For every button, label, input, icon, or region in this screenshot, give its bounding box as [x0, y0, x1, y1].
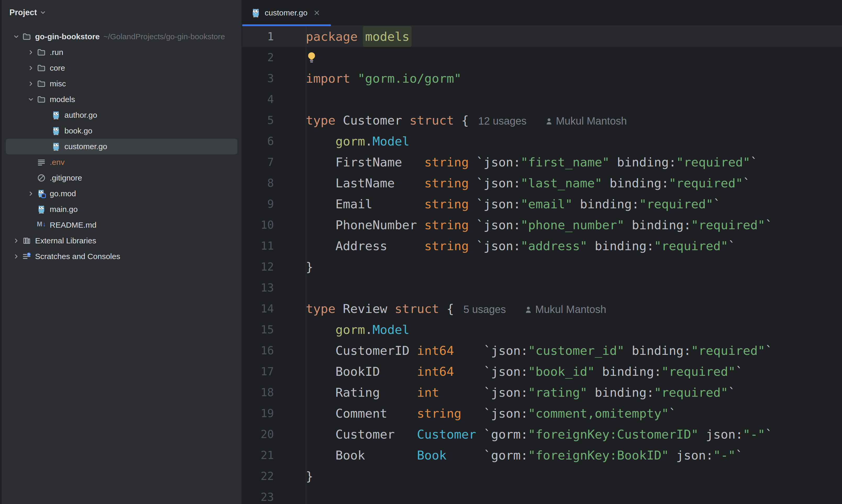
- tree-item-author-go[interactable]: author.go: [6, 107, 238, 123]
- line-number[interactable]: 17: [242, 361, 306, 382]
- tree-item-run[interactable]: .run: [6, 44, 238, 60]
- code-line-22[interactable]: 22}: [242, 466, 842, 487]
- author-inlay[interactable]: Mukul Mantosh: [524, 304, 606, 315]
- code-line-6[interactable]: 6 gorm.Model: [242, 131, 842, 152]
- chevron-right-icon[interactable]: [11, 253, 22, 260]
- code-text[interactable]: }: [306, 256, 313, 277]
- code-line-21[interactable]: 21 Book Book `gorm:"foreignKey:BookID" j…: [242, 445, 842, 466]
- line-number[interactable]: 3: [242, 68, 306, 89]
- line-number[interactable]: 2: [242, 47, 306, 68]
- line-number[interactable]: 6: [242, 131, 306, 152]
- code-text[interactable]: type Review struct {5 usagesMukul Mantos…: [306, 298, 607, 319]
- code-text[interactable]: gorm.Model: [306, 319, 409, 340]
- code-text[interactable]: Email string `json:"email" binding:"requ…: [306, 194, 721, 215]
- code-text[interactable]: Rating int `json:"rating" binding:"requi…: [306, 382, 735, 403]
- line-number[interactable]: 1: [242, 26, 306, 47]
- code-line-15[interactable]: 15 gorm.Model: [242, 319, 842, 340]
- line-number[interactable]: 13: [242, 277, 306, 298]
- code-text[interactable]: import "gorm.io/gorm": [306, 68, 461, 89]
- line-number[interactable]: 12: [242, 256, 306, 277]
- code-line-8[interactable]: 8 LastName string `json:"last_name" bind…: [242, 173, 842, 194]
- tree-item-core[interactable]: core: [6, 60, 238, 76]
- code-text[interactable]: PhoneNumber string `json:"phone_number" …: [306, 215, 773, 235]
- code-line-3[interactable]: 3import "gorm.io/gorm": [242, 68, 842, 89]
- folder-icon: [37, 79, 46, 88]
- tree-item-customer-go[interactable]: customer.go: [6, 139, 238, 155]
- chevron-down-icon[interactable]: [25, 96, 37, 103]
- line-number[interactable]: 21: [242, 445, 306, 466]
- code-line-14[interactable]: 14type Review struct {5 usagesMukul Mant…: [242, 298, 842, 319]
- code-line-23[interactable]: 23: [242, 487, 842, 504]
- tree-item-main-go[interactable]: main.go: [6, 201, 238, 217]
- code-text[interactable]: FirstName string `json:"first_name" bind…: [306, 152, 758, 173]
- line-number[interactable]: 20: [242, 424, 306, 445]
- tree-item-models[interactable]: models: [6, 92, 238, 107]
- tree-item-go-mod[interactable]: go.mod: [6, 186, 238, 201]
- code-line-18[interactable]: 18 Rating int `json:"rating" binding:"re…: [242, 382, 842, 403]
- code-text[interactable]: Customer Customer `gorm:"foreignKey:Cust…: [306, 424, 773, 445]
- code-line-12[interactable]: 12}: [242, 256, 842, 277]
- tree-item-external-libraries[interactable]: External Libraries: [6, 233, 238, 249]
- line-number[interactable]: 4: [242, 89, 306, 110]
- author-inlay[interactable]: Mukul Mantosh: [545, 115, 627, 127]
- code-text[interactable]: [306, 47, 317, 68]
- line-number[interactable]: 23: [242, 487, 306, 504]
- code-line-9[interactable]: 9 Email string `json:"email" binding:"re…: [242, 194, 842, 215]
- code-line-17[interactable]: 17 BookID int64 `json:"book_id" binding:…: [242, 361, 842, 382]
- line-number[interactable]: 15: [242, 319, 306, 340]
- code-text[interactable]: LastName string `json:"last_name" bindin…: [306, 173, 750, 194]
- code-text[interactable]: Comment string `json:"comment,omitempty"…: [306, 403, 676, 424]
- code-text[interactable]: Book Book `gorm:"foreignKey:BookID" json…: [306, 445, 743, 466]
- line-number[interactable]: 8: [242, 173, 306, 194]
- line-number[interactable]: 14: [242, 298, 306, 319]
- code-text[interactable]: type Customer struct {12 usagesMukul Man…: [306, 110, 627, 131]
- code-text[interactable]: Address string `json:"address" binding:"…: [306, 235, 735, 256]
- chevron-right-icon[interactable]: [11, 237, 22, 244]
- code-text[interactable]: }: [306, 466, 313, 487]
- line-number[interactable]: 9: [242, 194, 306, 215]
- code-line-4[interactable]: 4: [242, 89, 842, 110]
- code-text[interactable]: package models: [306, 26, 409, 47]
- line-number[interactable]: 18: [242, 382, 306, 403]
- chevron-right-icon[interactable]: [25, 80, 37, 87]
- code-line-20[interactable]: 20 Customer Customer `gorm:"foreignKey:C…: [242, 424, 842, 445]
- chevron-right-icon[interactable]: [25, 49, 37, 56]
- close-icon[interactable]: [313, 9, 320, 17]
- line-number[interactable]: 11: [242, 235, 306, 256]
- line-number[interactable]: 22: [242, 466, 306, 487]
- tree-item-gitignore[interactable]: .gitignore: [6, 170, 238, 186]
- tree-item-book-go[interactable]: book.go: [6, 123, 238, 139]
- line-number[interactable]: 10: [242, 215, 306, 235]
- code-editor[interactable]: 1package models23import "gorm.io/gorm"45…: [242, 26, 842, 504]
- chevron-down-icon[interactable]: [11, 33, 22, 40]
- code-line-19[interactable]: 19 Comment string `json:"comment,omitemp…: [242, 403, 842, 424]
- chevron-right-icon[interactable]: [25, 190, 37, 197]
- tree-item-go-gin-bookstore[interactable]: go-gin-bookstore~/GolandProjects/go-gin-…: [6, 29, 238, 44]
- code-line-2[interactable]: 2: [242, 47, 842, 68]
- usages-inlay[interactable]: 5 usages: [463, 304, 506, 315]
- code-line-11[interactable]: 11 Address string `json:"address" bindin…: [242, 235, 842, 256]
- code-line-5[interactable]: 5type Customer struct {12 usagesMukul Ma…: [242, 110, 842, 131]
- tree-item-misc[interactable]: misc: [6, 76, 238, 92]
- line-number[interactable]: 7: [242, 152, 306, 173]
- usages-inlay[interactable]: 12 usages: [478, 115, 527, 127]
- code-line-13[interactable]: 13: [242, 277, 842, 298]
- chevron-right-icon[interactable]: [25, 65, 37, 71]
- code-line-7[interactable]: 7 FirstName string `json:"first_name" bi…: [242, 152, 842, 173]
- editor-pane: customer.go 1package models23import "gor…: [242, 0, 842, 504]
- code-line-10[interactable]: 10 PhoneNumber string `json:"phone_numbe…: [242, 215, 842, 235]
- code-line-16[interactable]: 16 CustomerID int64 `json:"customer_id" …: [242, 340, 842, 361]
- tree-item-env[interactable]: .env: [6, 155, 238, 170]
- code-text[interactable]: BookID int64 `json:"book_id" binding:"re…: [306, 361, 743, 382]
- line-number[interactable]: 19: [242, 403, 306, 424]
- project-view-dropdown[interactable]: Project: [2, 0, 242, 25]
- line-number[interactable]: 5: [242, 110, 306, 131]
- intention-bulb-icon[interactable]: [306, 51, 317, 64]
- code-text[interactable]: gorm.Model: [306, 131, 409, 152]
- code-text[interactable]: CustomerID int64 `json:"customer_id" bin…: [306, 340, 773, 361]
- tab-customer-go[interactable]: customer.go: [242, 0, 331, 26]
- line-number[interactable]: 16: [242, 340, 306, 361]
- tree-item-readme-md[interactable]: M↓README.md: [6, 217, 238, 233]
- tree-item-scratches-and-consoles[interactable]: Scratches and Consoles: [6, 249, 238, 264]
- code-line-1[interactable]: 1package models: [242, 26, 842, 47]
